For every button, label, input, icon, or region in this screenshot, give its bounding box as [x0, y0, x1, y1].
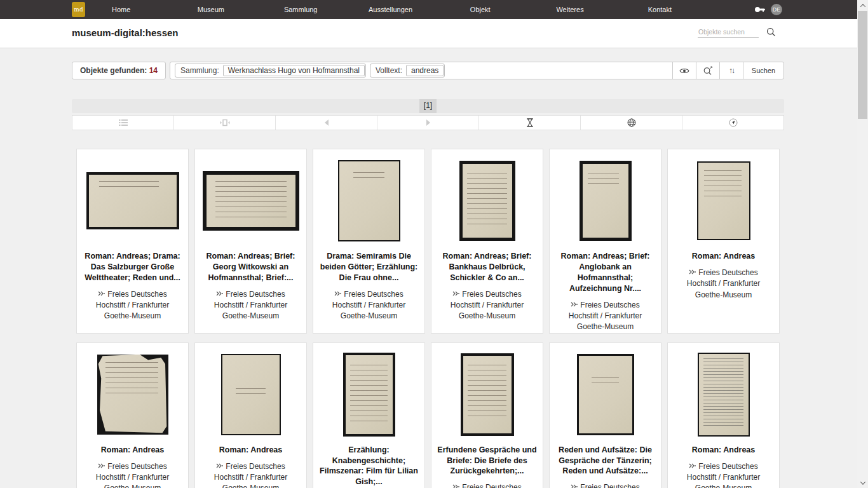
museum-link[interactable]: Freies Deutsches Hochstift / Frankfurter… [550, 294, 661, 333]
filter-chip-sammlung[interactable]: Sammlung: Werknachlass Hugo von Hofmanns… [175, 64, 366, 78]
object-card[interactable]: Roman: Andreas Freies Deutsches Hochstif… [667, 149, 780, 334]
list-view-button[interactable] [72, 116, 173, 130]
nav-item-kontakt[interactable]: Kontakt [615, 0, 705, 19]
museum-marker-icon [689, 269, 696, 274]
object-thumbnail[interactable] [195, 149, 306, 245]
museum-link[interactable]: Freies Deutsches Hochstift / Frankfurter… [195, 283, 306, 322]
museum-link[interactable]: Freies Deutsches Hochstift / Frankfurter… [668, 262, 779, 301]
object-thumbnail[interactable] [431, 343, 543, 438]
object-title[interactable]: Roman: Andreas; Brief: Georg Witkowski a… [195, 245, 306, 283]
museum-link[interactable]: Freies Deutsches Hochstift / Frankfurter… [313, 283, 424, 322]
museum-link[interactable]: Freies Deutsches Hochstift / Frankfurter… [195, 456, 306, 488]
results-toolbar [72, 115, 784, 130]
nav-item-museum[interactable]: Museum [166, 0, 255, 19]
object-title[interactable]: Drama: Semiramis Die beiden Götter; Erzä… [313, 245, 424, 283]
nav-item-home[interactable]: Home [76, 0, 166, 19]
object-title[interactable]: Roman: Andreas; Brief: Anglobank an Hofm… [550, 245, 661, 294]
object-card[interactable]: Roman: Andreas Freies Deutsches Hochstif… [76, 342, 189, 488]
search-icon[interactable] [766, 27, 776, 37]
object-thumbnail[interactable] [195, 343, 306, 438]
sort-button[interactable]: ↑↓ [719, 62, 743, 79]
site-header: museum-digital:hessen [0, 19, 857, 48]
object-title[interactable]: Roman: Andreas; Drama: Das Salzburger Gr… [77, 245, 188, 283]
results-grid: Roman: Andreas; Drama: Das Salzburger Gr… [76, 149, 785, 488]
object-card[interactable]: Roman: Andreas Freies Deutsches Hochstif… [667, 342, 780, 488]
object-title[interactable]: Roman: Andreas [668, 438, 779, 456]
filter-chip-volltext[interactable]: Volltext: andreas [370, 64, 445, 78]
top-nav: md Home Museum Sammlung Ausstellungen Ob… [0, 0, 857, 19]
museum-marker-icon [98, 463, 105, 468]
eye-icon [679, 67, 689, 74]
nav-item-sammlung[interactable]: Sammlung [256, 0, 346, 19]
slideshow-icon [220, 119, 230, 126]
object-title[interactable]: Roman: Andreas [668, 245, 779, 262]
page-title: museum-digital:hessen [72, 27, 179, 38]
object-thumbnail[interactable] [77, 149, 188, 245]
vertical-scrollbar[interactable] [857, 0, 868, 488]
object-card[interactable]: Drama: Semiramis Die beiden Götter; Erzä… [313, 149, 425, 334]
object-card[interactable]: Erfundene Gespräche und Briefe: Die Brie… [431, 342, 543, 488]
object-thumbnail[interactable] [668, 343, 779, 438]
scrollbar-down-arrow[interactable] [857, 477, 868, 488]
nav-item-objekt[interactable]: Objekt [435, 0, 525, 19]
previous-page-button[interactable] [275, 116, 377, 130]
museum-link[interactable]: Freies Deutsches Hochstift / Frankfurter… [431, 477, 543, 488]
museum-name: Freies Deutsches Hochstift / Frankfurter… [96, 290, 169, 321]
slideshow-view-button[interactable] [173, 116, 275, 130]
object-card[interactable]: Roman: Andreas; Brief: Georg Witkowski a… [194, 149, 307, 334]
museum-name: Freies Deutsches Hochstift / Frankfurter… [214, 462, 287, 488]
map-view-button[interactable] [580, 116, 682, 130]
object-thumbnail[interactable] [431, 149, 543, 245]
museum-link[interactable]: Freies Deutsches Hochstift / Frankfurter… [77, 456, 188, 488]
pagination-bar: [1] [72, 99, 784, 113]
object-thumbnail[interactable] [313, 343, 424, 438]
page: md Home Museum Sammlung Ausstellungen Ob… [0, 0, 868, 488]
key-icon[interactable] [754, 6, 766, 13]
filter-chip-value[interactable]: andreas [406, 65, 444, 76]
object-title[interactable]: Roman: Andreas [77, 438, 188, 456]
advanced-search-button[interactable] [696, 62, 719, 79]
object-card[interactable]: Roman: Andreas; Brief: Bankhaus Delbrück… [431, 149, 543, 334]
museum-link[interactable]: Freies Deutsches Hochstift / Frankfurter… [77, 283, 188, 322]
object-thumbnail[interactable] [668, 149, 779, 245]
museum-marker-icon [571, 302, 578, 307]
view-options-button[interactable] [672, 62, 696, 79]
filter-bar: Objekte gefunden: 14 Sammlung: Werknachl… [72, 62, 784, 79]
museum-link[interactable]: Freies Deutsches Hochstift / Frankfurter… [550, 477, 661, 488]
random-object-button[interactable] [682, 116, 783, 130]
scrollbar-up-arrow[interactable] [857, 0, 868, 11]
object-title[interactable]: Erzählung: Knabengeschichte; Filmszenar:… [313, 438, 424, 488]
object-title[interactable]: Reden und Aufsätze: Die Gespräche der Tä… [550, 438, 661, 477]
object-thumbnail[interactable] [77, 343, 188, 438]
museum-link[interactable]: Freies Deutsches Hochstift / Frankfurter… [431, 283, 543, 322]
museum-name: Freies Deutsches Hochstift / Frankfurter… [569, 301, 642, 332]
nav-item-weiteres[interactable]: Weiteres [525, 0, 614, 19]
object-card[interactable]: Reden und Aufsätze: Die Gespräche der Tä… [549, 342, 661, 488]
object-card[interactable]: Erzählung: Knabengeschichte; Filmszenar:… [313, 342, 425, 488]
object-thumbnail[interactable] [313, 149, 424, 245]
object-title[interactable]: Erfundene Gespräche und Briefe: Die Brie… [431, 438, 543, 477]
object-card[interactable]: Roman: Andreas; Brief: Anglobank an Hofm… [549, 149, 661, 334]
language-toggle[interactable]: DE [771, 4, 782, 15]
nav-menu: Home Museum Sammlung Ausstellungen Objek… [76, 0, 705, 19]
museum-name: Freies Deutsches Hochstift / Frankfurter… [332, 290, 405, 321]
object-thumbnail[interactable] [550, 149, 661, 245]
pagination-current-page[interactable]: [1] [419, 99, 437, 113]
museum-link[interactable]: Freies Deutsches Hochstift / Frankfurter… [668, 456, 779, 488]
museum-marker-icon [571, 484, 578, 488]
next-page-button[interactable] [377, 116, 478, 130]
search-input[interactable] [698, 27, 759, 37]
filter-chip-value[interactable]: Werknachlass Hugo von Hofmannsthal [223, 65, 365, 76]
object-title[interactable]: Roman: Andreas; Brief: Bankhaus Delbrück… [431, 245, 543, 283]
object-card[interactable]: Roman: Andreas Freies Deutsches Hochstif… [194, 342, 307, 488]
scrollbar-thumb[interactable] [858, 11, 867, 119]
filter-tags: Sammlung: Werknachlass Hugo von Hofmanns… [170, 62, 672, 79]
museum-marker-icon [98, 291, 105, 296]
search-submit-button[interactable]: Suchen [743, 62, 783, 79]
nav-item-ausstellungen[interactable]: Ausstellungen [346, 0, 435, 19]
object-card[interactable]: Roman: Andreas; Drama: Das Salzburger Gr… [76, 149, 189, 334]
previous-icon [324, 119, 329, 126]
object-thumbnail[interactable] [550, 343, 661, 438]
timeline-view-button[interactable] [478, 116, 580, 130]
object-title[interactable]: Roman: Andreas [195, 438, 306, 456]
